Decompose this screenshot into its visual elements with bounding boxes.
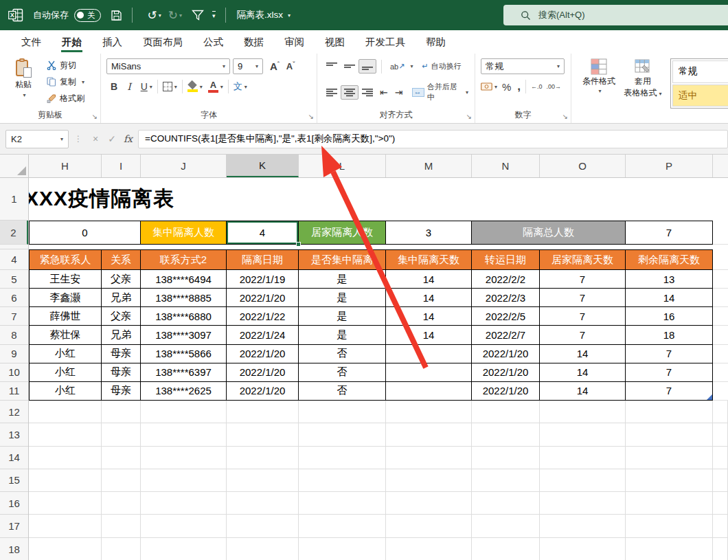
empty-cell[interactable] (141, 538, 227, 560)
empty-cell[interactable] (626, 492, 713, 515)
align-left-button[interactable] (323, 85, 341, 100)
row-header-9[interactable]: 9 (0, 345, 28, 363)
header-cell[interactable]: 紧急联系人 (29, 249, 102, 270)
table-cell[interactable]: 138****5866 (141, 345, 227, 363)
save-icon[interactable] (111, 10, 122, 21)
header-cell[interactable]: 关系 (102, 249, 141, 270)
header-cell[interactable]: 居家隔离天数 (540, 249, 626, 270)
empty-cell[interactable] (299, 401, 386, 423)
tab-formulas[interactable]: 公式 (193, 30, 234, 54)
table-cell[interactable]: 李鑫灏 (29, 289, 102, 307)
alignment-dialog-launcher[interactable]: ↘ (466, 113, 472, 120)
table-cell[interactable]: 母亲 (102, 363, 141, 382)
empty-cell[interactable] (141, 423, 227, 446)
table-cell[interactable]: 兄弟 (102, 326, 141, 344)
select-all-button[interactable] (0, 155, 29, 177)
table-cell[interactable]: 7 (540, 270, 626, 289)
empty-cell[interactable] (540, 401, 626, 423)
table-cell[interactable]: 7 (540, 307, 626, 326)
empty-cell[interactable] (713, 363, 728, 382)
empty-cell[interactable] (540, 469, 626, 492)
row-header-11[interactable]: 11 (0, 382, 28, 401)
orientation-caret-icon[interactable]: ▾ (410, 63, 413, 69)
empty-cell[interactable] (299, 423, 386, 446)
empty-cell[interactable] (102, 423, 141, 446)
row-header-3-collapsed[interactable] (0, 245, 28, 249)
font-dialog-launcher[interactable]: ↘ (308, 113, 314, 120)
align-center-button[interactable] (341, 85, 359, 100)
table-cell[interactable]: 138****3097 (141, 326, 227, 344)
empty-cell[interactable] (472, 515, 540, 537)
tab-page-layout[interactable]: 页面布局 (133, 30, 193, 54)
empty-cell[interactable] (386, 538, 472, 560)
empty-cell[interactable] (29, 469, 102, 492)
align-bottom-button[interactable] (359, 59, 376, 74)
table-cell[interactable]: 14 (386, 289, 472, 307)
insert-function-button[interactable]: fx (124, 133, 133, 144)
column-header-partial[interactable] (713, 155, 728, 177)
tab-developer[interactable]: 开发工具 (355, 30, 416, 54)
header-cell[interactable]: 是否集中隔离 (299, 249, 386, 270)
increase-indent-button[interactable]: ⇥ (391, 84, 407, 100)
table-cell[interactable]: 王生安 (29, 270, 102, 289)
table-cell[interactable]: 母亲 (102, 382, 141, 401)
cell-p2-total-value[interactable]: 7 (626, 221, 713, 245)
table-cell[interactable]: 16 (626, 307, 713, 326)
table-cell[interactable]: 14 (386, 307, 472, 326)
row-header-1[interactable]: 1 (0, 178, 28, 221)
table-cell[interactable]: 是 (299, 289, 386, 307)
table-cell[interactable]: 2022/1/20 (227, 345, 299, 363)
row-header-17[interactable]: 17 (0, 515, 28, 537)
table-cell[interactable]: 14 (540, 382, 626, 401)
empty-cell[interactable] (29, 538, 102, 560)
table-cell[interactable]: 7 (626, 382, 713, 401)
table-cell[interactable]: 7 (626, 363, 713, 382)
table-cell[interactable]: 13 (626, 270, 713, 289)
underline-button[interactable]: U (141, 81, 148, 92)
table-cell[interactable]: 7 (540, 289, 626, 307)
table-cell[interactable]: 否 (299, 345, 386, 363)
undo-caret-icon[interactable]: ▾ (159, 12, 161, 19)
empty-cell[interactable] (141, 492, 227, 515)
table-cell[interactable]: 7 (540, 326, 626, 344)
empty-cell[interactable] (227, 492, 299, 515)
tab-view[interactable]: 视图 (315, 30, 355, 54)
filter-icon[interactable] (192, 10, 204, 21)
empty-cell[interactable] (102, 492, 141, 515)
empty-cell[interactable] (227, 515, 299, 537)
row-header-5[interactable]: 5 (0, 270, 28, 289)
row-header-2[interactable]: 2 (0, 221, 28, 245)
table-cell[interactable]: 薛佛世 (29, 307, 102, 326)
phonetic-caret-icon[interactable]: ▾ (244, 84, 247, 90)
empty-cell[interactable] (102, 401, 141, 423)
table-cell[interactable]: 父亲 (102, 307, 141, 326)
phonetic-guide-button[interactable]: 文 (234, 80, 242, 93)
percent-style-button[interactable]: % (502, 81, 511, 93)
row-header-16[interactable]: 16 (0, 492, 28, 515)
table-cell[interactable]: 2022/1/22 (227, 307, 299, 326)
empty-cell[interactable] (713, 270, 728, 289)
empty-cell[interactable] (713, 538, 728, 560)
formula-input[interactable]: =COUNTIFS(表1[是否集中隔离],"是",表1[剩余隔离天数],">0"… (138, 130, 728, 148)
merge-center-button[interactable]: ↔ 合并后居中 ▾ (409, 79, 472, 105)
empty-cell[interactable] (299, 515, 386, 537)
font-name-select[interactable]: MiSans ▾ (106, 58, 230, 74)
empty-cell[interactable] (472, 423, 540, 446)
empty-cell[interactable] (299, 447, 386, 469)
table-cell[interactable]: 2022/1/24 (227, 326, 299, 344)
row-header-12[interactable]: 12 (0, 401, 28, 423)
table-cell[interactable]: 138****6397 (141, 363, 227, 382)
empty-cell[interactable] (626, 423, 713, 446)
table-cell[interactable]: 兄弟 (102, 289, 141, 307)
column-header-n[interactable]: N (472, 155, 540, 177)
redo-button[interactable]: ↻ (168, 10, 178, 21)
clipboard-dialog-launcher[interactable]: ↘ (92, 113, 98, 120)
empty-cell[interactable] (713, 447, 728, 469)
tab-insert[interactable]: 插入 (92, 30, 133, 54)
font-color-caret-icon[interactable]: ▾ (220, 84, 223, 90)
empty-cell[interactable] (386, 447, 472, 469)
empty-cell[interactable] (102, 515, 141, 537)
number-format-select[interactable]: 常规 ▾ (481, 58, 565, 74)
empty-cell[interactable] (299, 492, 386, 515)
table-cell[interactable]: 2022/2/5 (472, 307, 540, 326)
